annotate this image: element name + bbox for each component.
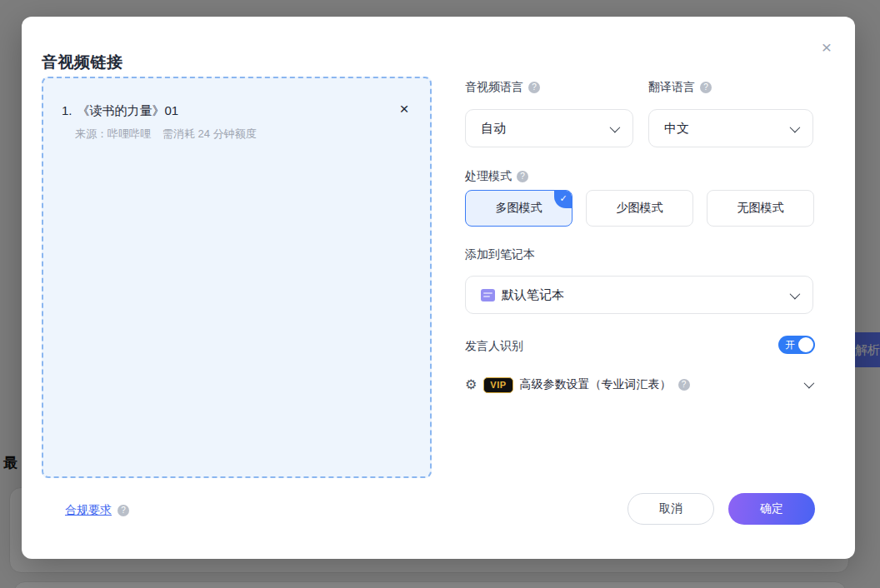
advanced-settings-label: 高级参数设置（专业词汇表）: [520, 377, 672, 392]
media-language-label: 音视频语言 ?: [465, 80, 540, 95]
confirm-button[interactable]: 确定: [728, 493, 815, 525]
file-source: 来源：哔哩哔哩: [75, 127, 151, 142]
translate-language-select[interactable]: 中文: [648, 109, 813, 147]
file-meta-row: 来源：哔哩哔哩 需消耗 24 分钟额度: [75, 127, 410, 142]
chevron-down-icon: [610, 122, 621, 132]
process-mode-label: 处理模式 ?: [465, 169, 528, 184]
translate-language-value: 中文: [664, 121, 689, 137]
media-language-select[interactable]: 自动: [465, 109, 633, 147]
notebook-label: 添加到笔记本: [465, 247, 535, 262]
toggle-on-text: 开: [785, 339, 795, 351]
mode-option-few-image[interactable]: 少图模式: [586, 190, 693, 227]
file-drop-panel: 1. 《读书的力量》01 来源：哔哩哔哩 需消耗 24 分钟额度 ×: [42, 77, 432, 478]
close-icon[interactable]: ×: [815, 37, 838, 60]
mode-option-label: 少图模式: [617, 201, 663, 216]
notebook-label-text: 添加到笔记本: [465, 247, 535, 262]
help-icon[interactable]: ?: [678, 379, 690, 391]
compliance-row: 合规要求 ?: [65, 503, 129, 518]
help-icon[interactable]: ?: [528, 82, 540, 93]
advanced-settings-row[interactable]: ⚙ VIP 高级参数设置（专业词汇表） ?: [465, 375, 813, 395]
chevron-down-icon: [804, 378, 815, 389]
vip-badge: VIP: [483, 377, 512, 393]
media-language-value: 自动: [481, 121, 506, 137]
file-index: 1.: [62, 103, 72, 117]
speaker-recognition-label-text: 发言人识别: [465, 339, 523, 354]
cancel-button[interactable]: 取消: [628, 493, 714, 525]
mode-option-multi-image[interactable]: 多图模式 ✓: [465, 190, 572, 227]
notebook-select[interactable]: 默认笔记本: [465, 276, 813, 314]
gear-icon: ⚙: [465, 378, 477, 391]
remove-file-icon[interactable]: ×: [395, 100, 413, 118]
chevron-down-icon: [790, 288, 801, 299]
mode-option-label: 无图模式: [738, 201, 784, 216]
mode-option-no-image[interactable]: 无图模式: [707, 190, 814, 227]
translate-language-label: 翻译语言 ?: [648, 80, 712, 95]
file-quota: 需消耗 24 分钟额度: [162, 127, 257, 142]
media-language-label-text: 音视频语言: [465, 80, 523, 95]
help-icon[interactable]: ?: [517, 171, 528, 182]
toggle-knob: [798, 337, 813, 352]
compliance-link[interactable]: 合规要求: [65, 503, 112, 518]
help-icon[interactable]: ?: [118, 505, 129, 516]
speaker-recognition-toggle[interactable]: 开: [778, 336, 815, 354]
file-title: 《读书的力量》01: [78, 103, 179, 119]
chevron-down-icon: [790, 122, 801, 132]
notebook-value: 默认笔记本: [502, 287, 564, 303]
speaker-recognition-label: 发言人识别: [465, 339, 523, 354]
check-icon: ✓: [554, 190, 572, 208]
process-mode-label-text: 处理模式: [465, 169, 512, 184]
file-list-item: 1. 《读书的力量》01 来源：哔哩哔哩 需消耗 24 分钟额度 ×: [43, 78, 430, 142]
dialog-title: 音视频链接: [42, 52, 123, 73]
translate-language-label-text: 翻译语言: [648, 80, 695, 95]
notebook-icon: [481, 289, 495, 301]
audio-video-link-dialog: 音视频链接 × 1. 《读书的力量》01 来源：哔哩哔哩 需消耗 24 分钟额度…: [22, 17, 855, 559]
file-title-row: 1. 《读书的力量》01: [62, 103, 410, 119]
mode-option-label: 多图模式: [496, 201, 542, 216]
help-icon[interactable]: ?: [700, 82, 712, 93]
